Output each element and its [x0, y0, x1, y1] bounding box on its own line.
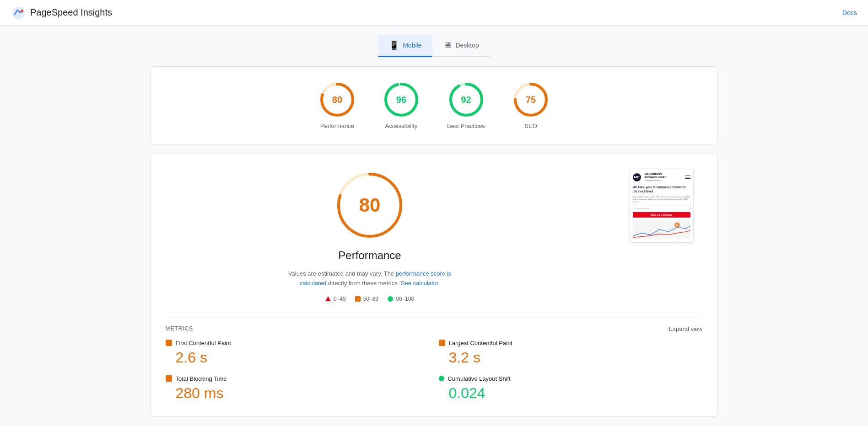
perf-desc-middle: directly from these metrics. — [326, 280, 401, 287]
score-circle-performance: 80 — [319, 81, 356, 118]
score-circle-best-practices: 92 — [448, 81, 485, 118]
thumb-header: MP MAXXPRESSTECHNOLOGIES Scaling D2C Bra… — [633, 173, 690, 181]
score-label-best-practices: Best Practices — [447, 122, 485, 129]
desktop-icon: 🖥 — [443, 41, 452, 50]
score-label-seo: SEO — [524, 122, 537, 129]
metric-name-tbt: Total Blocking Time — [176, 375, 227, 382]
thumb-headline: We take your Ecommerce Brand to the next… — [633, 185, 690, 193]
score-label-accessibility: Accessibility — [385, 122, 418, 129]
score-circle-accessibility: 96 — [383, 81, 420, 118]
big-score-circle: 80 — [333, 169, 406, 242]
legend-fail: 0–49 — [325, 296, 346, 302]
metric-value-tbt: 280 ms — [176, 385, 430, 402]
thumb-cta-button: Send me a proposal — [633, 212, 690, 218]
thumb-body: Since 2012 we have helped D2C brands sca… — [633, 196, 690, 203]
score-value-seo: 75 — [526, 95, 536, 105]
thumb-brand-sub: Scaling D2C Brands — [645, 179, 667, 181]
metric-label-row-cls: Cumulative Layout Shift — [439, 375, 703, 382]
content-panel: 80 Performance Values are estimated and … — [151, 154, 718, 417]
score-label-performance: Performance — [320, 122, 354, 129]
tabs-container: 📱 Mobile 🖥 Desktop — [151, 35, 718, 57]
score-accessibility: 96 Accessibility — [383, 81, 420, 129]
legend-fail-range: 0–49 — [334, 296, 346, 302]
svg-point-0 — [12, 6, 25, 19]
svg-point-1 — [21, 10, 23, 12]
thumb-brand-name: MAXXPRESSTECHNOLOGIES — [645, 173, 667, 179]
see-calculator-link[interactable]: See calculator — [401, 280, 438, 287]
logo-area: PageSpeed Insights — [11, 5, 112, 20]
tab-mobile[interactable]: 📱 Mobile — [378, 35, 432, 57]
metric-value-lcp: 3.2 s — [449, 349, 703, 366]
metric-tbt: Total Blocking Time 280 ms — [166, 375, 430, 402]
thumb-chart-svg: 89 — [633, 220, 690, 239]
metric-dot-fcp — [166, 340, 172, 346]
tab-mobile-label: Mobile — [403, 42, 421, 49]
tab-desktop[interactable]: 🖥 Desktop — [432, 35, 490, 57]
score-circle-seo: 75 — [512, 81, 549, 118]
app-title: PageSpeed Insights — [30, 7, 112, 18]
thumb-menu-icon — [685, 176, 690, 179]
metric-dot-tbt — [166, 375, 172, 382]
metric-cls: Cumulative Layout Shift 0.024 — [439, 375, 703, 402]
metrics-title: METRICS — [166, 325, 194, 332]
mobile-icon: 📱 — [389, 40, 399, 50]
metric-label-row-fcp: First Contentful Paint — [166, 340, 430, 346]
metric-fcp: First Contentful Paint 2.6 s — [166, 340, 430, 366]
section-divider — [166, 316, 703, 316]
metric-label-row-tbt: Total Blocking Time — [166, 375, 430, 382]
legend-pass-range: 90–100 — [396, 296, 414, 302]
legend-average: 50–89 — [355, 296, 378, 302]
fail-icon — [325, 296, 331, 301]
score-seo: 75 SEO — [512, 81, 549, 129]
performance-section: 80 Performance Values are estimated and … — [166, 169, 703, 302]
metric-value-cls: 0.024 — [449, 385, 703, 402]
legend-pass: 90–100 — [388, 296, 414, 302]
metric-dot-lcp — [439, 340, 445, 346]
score-performance: 80 Performance — [319, 81, 356, 129]
score-value-accessibility: 96 — [396, 95, 406, 105]
thumb-logo: MP — [633, 173, 641, 181]
pass-icon — [388, 296, 393, 302]
thumb-chart: 89 — [633, 220, 690, 239]
score-value-performance: 80 — [332, 95, 342, 105]
perf-desc-text: Values are estimated and may vary. The — [288, 270, 396, 277]
docs-link[interactable]: Docs — [842, 9, 857, 16]
metric-dot-cls — [439, 376, 444, 381]
score-legend: 0–49 50–89 90–100 — [325, 296, 414, 302]
scores-row: 80 Performance 96 Accessibility 92 Best … — [166, 81, 703, 129]
pagespeed-logo-icon — [11, 5, 26, 20]
performance-title: Performance — [338, 249, 401, 262]
tab-desktop-label: Desktop — [455, 42, 479, 49]
average-icon — [355, 296, 361, 302]
main-content: 📱 Mobile 🖥 Desktop 80 Performance — [141, 26, 727, 426]
thumb-input: Enter your website — [633, 206, 690, 210]
expand-view-button[interactable]: Expand view — [669, 325, 703, 332]
legend-average-range: 50–89 — [363, 296, 378, 302]
metrics-header: METRICS Expand view — [166, 325, 703, 332]
thumb-brand-info: MAXXPRESSTECHNOLOGIES Scaling D2C Brands — [645, 173, 667, 181]
metrics-grid: First Contentful Paint 2.6 s Largest Con… — [166, 340, 703, 402]
score-best-practices: 92 Best Practices — [447, 81, 485, 129]
metric-label-row-lcp: Largest Contentful Paint — [439, 340, 703, 346]
metric-name-fcp: First Contentful Paint — [176, 340, 231, 346]
screenshot-area: MP MAXXPRESSTECHNOLOGIES Scaling D2C Bra… — [630, 169, 703, 302]
screenshot-thumbnail: MP MAXXPRESSTECHNOLOGIES Scaling D2C Bra… — [630, 169, 694, 243]
score-value-best-practices: 92 — [461, 95, 471, 105]
svg-text:89: 89 — [676, 225, 679, 227]
device-tabs: 📱 Mobile 🖥 Desktop — [378, 35, 490, 57]
perf-score-area: 80 Performance Values are estimated and … — [166, 169, 574, 302]
vertical-divider — [602, 169, 602, 302]
big-score-value: 80 — [359, 194, 381, 216]
metric-lcp: Largest Contentful Paint 3.2 s — [439, 340, 703, 366]
scores-panel: 80 Performance 96 Accessibility 92 Best … — [151, 66, 718, 144]
thumb-content: MP MAXXPRESSTECHNOLOGIES Scaling D2C Bra… — [630, 169, 693, 242]
metric-name-lcp: Largest Contentful Paint — [449, 340, 512, 346]
metric-value-fcp: 2.6 s — [176, 349, 430, 366]
app-header: PageSpeed Insights Docs — [0, 0, 868, 26]
metric-name-cls: Cumulative Layout Shift — [448, 375, 511, 382]
performance-description: Values are estimated and may vary. The p… — [278, 269, 461, 288]
